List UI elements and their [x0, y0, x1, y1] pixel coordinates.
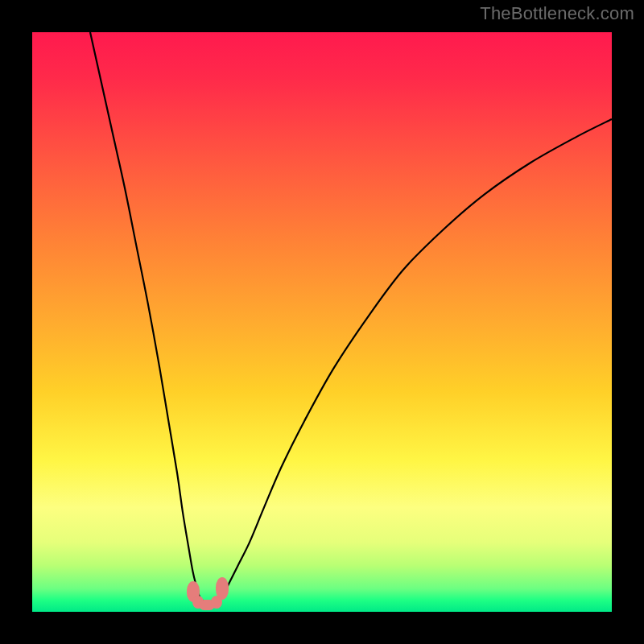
stage: TheBottleneck.com	[0, 0, 644, 644]
marker-blob	[216, 577, 229, 600]
watermark-text: TheBottleneck.com	[480, 3, 634, 24]
plot-area	[32, 32, 612, 612]
highlight-markers	[32, 32, 612, 612]
